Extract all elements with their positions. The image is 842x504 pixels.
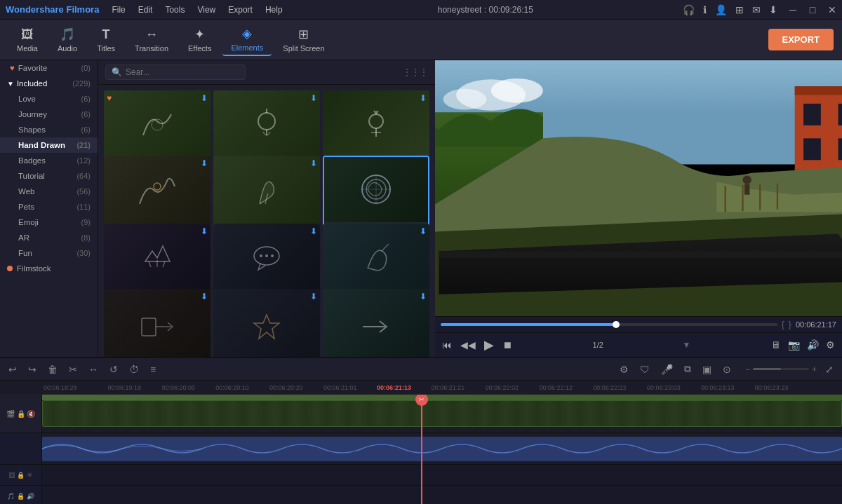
- toolbar-audio[interactable]: 🎵 Audio: [49, 24, 86, 55]
- split-screen-label: Split Screen: [283, 44, 324, 53]
- rotate-button[interactable]: ↺: [107, 362, 121, 376]
- rewind-button[interactable]: ⏮: [441, 338, 453, 352]
- element-item-11[interactable]: ⬇: [213, 289, 320, 357]
- panel-item-love[interactable]: Love (6): [0, 91, 98, 107]
- video-track-content[interactable]: [42, 395, 842, 433]
- menu-export[interactable]: Export: [222, 4, 258, 16]
- panel-item-fun[interactable]: Fun (30): [0, 245, 98, 261]
- settings-icon-preview[interactable]: ⚙: [824, 338, 836, 352]
- info-icon[interactable]: ℹ: [703, 4, 707, 15]
- ruler-tick-0: 00:06:18:28: [44, 384, 98, 391]
- toolbar-elements[interactable]: ◈ Elements: [222, 23, 272, 56]
- preview-panel: { } 00:06:21:17 ⏮ ◀◀ ▶ ⏹ 1/2 ▼ 🖥 📷 🔊 ⚙: [435, 60, 842, 357]
- search-icon: 🔍: [112, 67, 122, 77]
- layers-button[interactable]: ⧉: [681, 362, 694, 376]
- settings-button[interactable]: ⚙: [617, 362, 632, 376]
- element-item-10[interactable]: ⬇: [104, 289, 210, 357]
- panel-item-emoji[interactable]: Emoji (9): [0, 214, 98, 230]
- maximize-button[interactable]: □: [808, 6, 817, 14]
- search-input[interactable]: [126, 67, 239, 77]
- ruler-tick-7: 00:06:21:21: [421, 384, 475, 391]
- mic-button[interactable]: 🎤: [658, 362, 676, 376]
- menu-edit[interactable]: Edit: [133, 4, 159, 16]
- page-dropdown-icon[interactable]: ▼: [682, 340, 690, 350]
- zoom-minus-icon[interactable]: −: [745, 365, 750, 374]
- crop-button[interactable]: ⊙: [720, 362, 734, 376]
- export-button[interactable]: EXPORT: [768, 29, 834, 50]
- overlay-button[interactable]: ▣: [700, 362, 714, 376]
- panel-item-ar[interactable]: AR (8): [0, 230, 98, 245]
- lock-icon-video[interactable]: 🔒: [17, 410, 25, 418]
- search-box[interactable]: 🔍: [105, 64, 246, 80]
- journey-label: Journey: [18, 110, 47, 118]
- fun-label: Fun: [18, 249, 32, 257]
- split-screen-icon: ⊞: [298, 27, 309, 42]
- music-icon-track[interactable]: 🎵: [7, 493, 15, 500]
- video-canvas: [435, 60, 842, 316]
- panel-item-tutorial[interactable]: Tutorial (64): [0, 168, 98, 184]
- toolbar-transition[interactable]: ↔ Transition: [126, 25, 177, 55]
- panel-item-included[interactable]: ▼ Included (229): [0, 76, 98, 91]
- snapshot-icon[interactable]: 📷: [787, 338, 801, 352]
- headset-icon[interactable]: 🎧: [683, 4, 695, 15]
- visibility-icon-track1[interactable]: 👁: [27, 472, 33, 479]
- volume-icon[interactable]: 🔊: [806, 338, 820, 352]
- list-button[interactable]: ≡: [147, 362, 159, 376]
- timer-button[interactable]: ⏱: [126, 362, 142, 376]
- shapes-label: Shapes: [18, 125, 46, 134]
- video-track-icon: 🎬: [6, 410, 15, 418]
- panel-item-pets[interactable]: Pets (11): [0, 199, 98, 214]
- element-item-12[interactable]: ⬇: [323, 289, 429, 357]
- protect-button[interactable]: 🛡: [637, 362, 653, 376]
- grid-options-icon[interactable]: ⋮⋮⋮: [403, 67, 428, 77]
- download-icon-10: ⬇: [201, 292, 208, 301]
- grid-icon[interactable]: ⊞: [735, 4, 744, 15]
- panel-item-hand-drawn[interactable]: Hand Drawn (21): [0, 137, 98, 153]
- cut-button[interactable]: ✂: [66, 362, 80, 376]
- zoom-slider[interactable]: [753, 368, 809, 370]
- panel-item-journey[interactable]: Journey (6): [0, 107, 98, 122]
- monitor-icon[interactable]: 🖥: [770, 338, 782, 352]
- panel-item-badges[interactable]: Badges (12): [0, 153, 98, 168]
- volume-icon-track2[interactable]: 🔊: [27, 493, 34, 500]
- play-button[interactable]: ▶: [483, 336, 495, 354]
- undo-button[interactable]: ↩: [6, 362, 20, 376]
- mail-icon[interactable]: ✉: [752, 4, 761, 15]
- ruler-tick-12: 00:06:23:13: [690, 384, 744, 391]
- zoom-plus-icon[interactable]: +: [812, 365, 817, 374]
- progress-bar[interactable]: [441, 323, 777, 326]
- prev-frame-button[interactable]: ◀◀: [459, 338, 477, 352]
- toolbar-media[interactable]: 🖼 Media: [8, 25, 46, 55]
- panel-item-shapes[interactable]: Shapes (6): [0, 122, 98, 137]
- audio-clip[interactable]: [42, 437, 842, 461]
- menu-tools[interactable]: Tools: [159, 4, 190, 16]
- image-icon-track[interactable]: 🖼: [8, 472, 15, 479]
- toolbar-titles[interactable]: T Titles: [88, 25, 123, 55]
- download-icon[interactable]: ⬇: [769, 4, 777, 15]
- fullscreen-button[interactable]: ⤢: [822, 362, 836, 376]
- elements-header: 🔍 ⋮⋮⋮: [98, 60, 435, 85]
- redo-button[interactable]: ↪: [25, 362, 39, 376]
- close-button[interactable]: ✕: [828, 6, 836, 14]
- minimize-button[interactable]: ─: [789, 6, 797, 14]
- ruler-tick-8: 00:06:22:02: [475, 384, 529, 391]
- delete-button[interactable]: 🗑: [45, 362, 60, 376]
- stop-button[interactable]: ⏹: [501, 338, 514, 352]
- toolbar-split-screen[interactable]: ⊞ Split Screen: [274, 24, 333, 55]
- playback-right-controls: 🖥 📷 🔊 ⚙: [770, 338, 836, 352]
- panel-item-web[interactable]: Web (56): [0, 184, 98, 199]
- lock-icon-track2[interactable]: 🔒: [17, 493, 25, 500]
- mute-icon-video[interactable]: 🔇: [27, 410, 35, 418]
- audio-track-content[interactable]: [42, 433, 842, 464]
- panel-item-filmstock[interactable]: Filmstock: [0, 261, 98, 276]
- panel-item-favorite[interactable]: ♥ Favorite (0): [0, 60, 98, 76]
- lock-icon-track1[interactable]: 🔒: [17, 472, 25, 479]
- menu-view[interactable]: View: [192, 4, 221, 16]
- menu-help[interactable]: Help: [260, 4, 288, 16]
- split-button[interactable]: ↔: [86, 362, 101, 376]
- transition-label: Transition: [135, 44, 168, 53]
- account-icon[interactable]: 👤: [715, 4, 727, 15]
- video-clip[interactable]: [42, 400, 842, 427]
- menu-file[interactable]: File: [106, 4, 131, 16]
- toolbar-effects[interactable]: ✦ Effects: [180, 24, 220, 55]
